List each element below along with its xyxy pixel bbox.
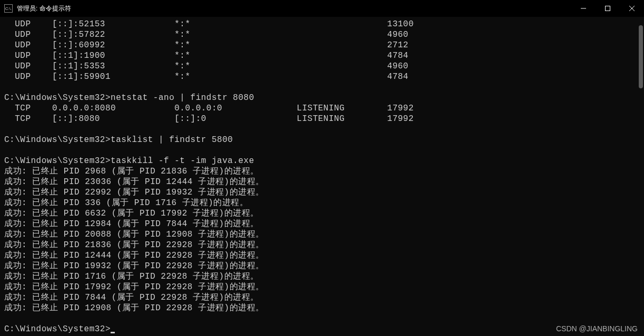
minimize-button[interactable]	[571, 0, 596, 17]
titlebar-left: C:\. 管理员: 命令提示符	[4, 4, 71, 13]
cursor	[111, 332, 115, 333]
cmd-icon: C:\.	[4, 4, 13, 13]
maximize-button[interactable]	[596, 0, 620, 17]
svg-rect-1	[606, 6, 610, 11]
window-title: 管理员: 命令提示符	[17, 4, 71, 13]
scrollbar-thumb[interactable]	[639, 25, 643, 88]
close-button[interactable]	[620, 0, 644, 17]
terminal-output[interactable]: UDP [::]:52153 *:* 13100 UDP [::]:57822 …	[0, 17, 644, 336]
window-controls	[571, 0, 644, 17]
watermark-text: CSDN @JIANBINGLING	[556, 324, 638, 333]
window-titlebar: C:\. 管理员: 命令提示符	[0, 0, 644, 17]
